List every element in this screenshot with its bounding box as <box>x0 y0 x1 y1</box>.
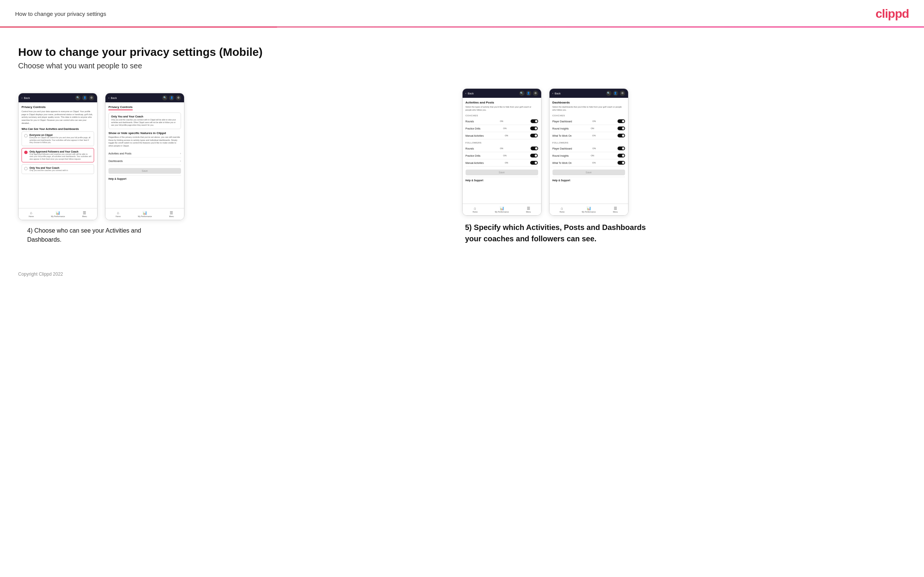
radio-approved[interactable]: Only Approved Followers and Your Coach O… <box>21 148 94 163</box>
screen3-drills-coach-toggle[interactable] <box>530 126 538 130</box>
screen3-drills-follower-toggle[interactable] <box>530 154 538 158</box>
screen4-workon-coach-toggle[interactable] <box>617 134 625 137</box>
perf-icon-2: 📊 <box>142 211 147 215</box>
screen2-back[interactable]: ‹ Back <box>108 97 117 99</box>
screen4-workon-follower-on: ON <box>592 162 596 164</box>
screen1-back[interactable]: ‹ Back <box>21 97 30 99</box>
radio-title-everyone: Everyone on Clippd <box>29 134 92 136</box>
person-icon-3[interactable]: 👤 <box>526 90 531 96</box>
screen2-nav: ⌂ Home 📊 My Performance ☰ Menu <box>105 208 184 220</box>
screen4-followers-label: FOLLOWERS <box>552 142 625 144</box>
settings-icon-2[interactable]: ⚙ <box>176 95 181 100</box>
screen2-info-title: Only You and Your Coach <box>111 115 178 118</box>
radio-everyone[interactable]: Everyone on Clippd Everyone on Clippd ca… <box>21 131 94 146</box>
dashboards-link[interactable]: Dashboards › <box>108 158 181 165</box>
nav-perf-label-2: My Performance <box>138 215 152 218</box>
screen1-desc: Control how you and your data appears to… <box>21 110 94 125</box>
screen3-drills-follower-on: ON <box>503 155 506 157</box>
screen3-rounds-coach-toggle[interactable] <box>531 119 538 123</box>
radio-desc-approved: Only approved followers and coaches you … <box>29 153 92 161</box>
screen4-player-follower-toggle[interactable] <box>617 147 625 150</box>
nav-perf-label-4: My Performance <box>582 211 596 213</box>
screen3-manual-follower-label: Manual Activities <box>465 162 484 164</box>
home-icon-4: ⌂ <box>561 206 563 210</box>
nav-home-4[interactable]: ⌂ Home <box>559 206 564 213</box>
nav-menu-2[interactable]: ☰ Menu <box>169 211 174 218</box>
screen4-coaches-label: COACHES <box>552 114 625 117</box>
screen4-insights-coach-label: Round Insights <box>552 127 569 130</box>
screen4-back[interactable]: ‹ Back <box>552 92 561 95</box>
save-button-3[interactable]: Save <box>465 169 538 175</box>
screen3-rounds-follower-toggle[interactable] <box>531 147 538 150</box>
screen1-back-label: Back <box>24 97 30 99</box>
screen4-workon-coach: What To Work On ON <box>552 132 625 139</box>
search-icon[interactable]: 🔍 <box>75 95 81 100</box>
home-icon-3: ⌂ <box>474 206 476 210</box>
screen1-nav: ⌂ Home 📊 My Performance ☰ Menu <box>18 208 97 220</box>
screen4-workon-follower-toggle[interactable] <box>617 161 625 164</box>
save-button-4[interactable]: Save <box>552 169 625 175</box>
nav-perf-2[interactable]: 📊 My Performance <box>138 211 152 218</box>
screen3-rounds-coach-on: ON <box>500 120 503 122</box>
search-icon-2[interactable]: 🔍 <box>162 95 167 100</box>
search-icon-4[interactable]: 🔍 <box>606 90 611 96</box>
person-icon[interactable]: 👤 <box>82 95 87 100</box>
person-icon-4[interactable]: 👤 <box>613 90 618 96</box>
help-support-3: Help & Support <box>465 177 538 184</box>
activities-posts-link[interactable]: Activities and Posts › <box>108 150 181 158</box>
radio-content-everyone: Everyone on Clippd Everyone on Clippd ca… <box>29 134 92 144</box>
screen3-header: ‹ Back 🔍 👤 ⚙ <box>462 89 541 98</box>
arrow-right-icon-1: › <box>180 152 181 155</box>
nav-menu-label-4: Menu <box>613 211 618 213</box>
copyright: Copyright Clippd 2022 <box>0 259 924 286</box>
nav-home-1[interactable]: ⌂ Home <box>29 211 34 218</box>
nav-menu-3[interactable]: ☰ Menu <box>526 206 531 213</box>
search-icon-3[interactable]: 🔍 <box>519 90 525 96</box>
screen4-player-follower-on: ON <box>593 147 596 150</box>
screen4-body: Dashboards Select the dashboards that yo… <box>549 98 628 203</box>
breadcrumb: How to change your privacy settings <box>15 11 106 17</box>
screen1-mockup: ‹ Back 🔍 👤 ⚙ Privacy Controls <box>18 93 97 220</box>
nav-home-3[interactable]: ⌂ Home <box>472 206 477 213</box>
nav-perf-4[interactable]: 📊 My Performance <box>582 206 596 213</box>
settings-icon[interactable]: ⚙ <box>89 95 94 100</box>
screen3-manual-follower-toggle[interactable] <box>530 161 538 164</box>
screen3-coaches-label: COACHES <box>465 114 538 117</box>
nav-perf-3[interactable]: 📊 My Performance <box>495 206 509 213</box>
radio-title-only-you: Only You and Your Coach <box>29 166 68 169</box>
nav-home-label-3: Home <box>472 211 477 213</box>
screen4-player-coach: Player Dashboard ON <box>552 118 625 125</box>
settings-icon-3[interactable]: ⚙ <box>533 90 538 96</box>
screen3-body: Activities and Posts Select the types of… <box>462 98 541 203</box>
nav-menu-4[interactable]: ☰ Menu <box>613 206 618 213</box>
caption-group2-text: 5) Specify which Activities, Posts and D… <box>465 222 654 244</box>
screen4-title: Dashboards <box>552 101 625 104</box>
nav-home-label-2: Home <box>116 215 121 218</box>
page-heading: How to change your privacy settings (Mob… <box>18 46 906 58</box>
nav-menu-1[interactable]: ☰ Menu <box>82 211 87 218</box>
main-content: How to change your privacy settings (Mob… <box>0 27 924 259</box>
screen4-player-coach-toggle[interactable] <box>617 119 625 123</box>
screen4-header: ‹ Back 🔍 👤 ⚙ <box>549 89 628 98</box>
settings-icon-4[interactable]: ⚙ <box>620 90 625 96</box>
radio-circle-everyone <box>24 134 27 137</box>
screen2-info-desc: Only you and the coaches you connect wit… <box>111 119 178 126</box>
screen4-insights-follower-toggle[interactable] <box>617 154 625 158</box>
screen1-title: Privacy Controls <box>21 105 94 109</box>
screen3-drills-follower-label: Practice Drills <box>465 155 481 157</box>
caption-group2: 5) Specify which Activities, Posts and D… <box>462 222 906 244</box>
person-icon-2[interactable]: 👤 <box>169 95 174 100</box>
nav-home-2[interactable]: ⌂ Home <box>116 211 121 218</box>
screen3-manual-coach-toggle[interactable] <box>530 134 538 137</box>
nav-home-label-1: Home <box>29 215 34 218</box>
screen3-drills-follower: Practice Drills ON <box>465 152 538 160</box>
screen3-rounds-follower-on: ON <box>500 147 503 150</box>
screen4-insights-coach-toggle[interactable] <box>617 126 625 130</box>
nav-home-label-4: Home <box>559 211 564 213</box>
screen3-followers-label: FOLLOWERS <box>465 142 538 144</box>
nav-perf-1[interactable]: 📊 My Performance <box>51 211 65 218</box>
screen3-back[interactable]: ‹ Back <box>465 92 474 95</box>
save-button-2[interactable]: Save <box>108 168 181 174</box>
nav-perf-label-3: My Performance <box>495 211 509 213</box>
radio-only-you[interactable]: Only You and Your Coach Only you and the… <box>21 164 94 174</box>
